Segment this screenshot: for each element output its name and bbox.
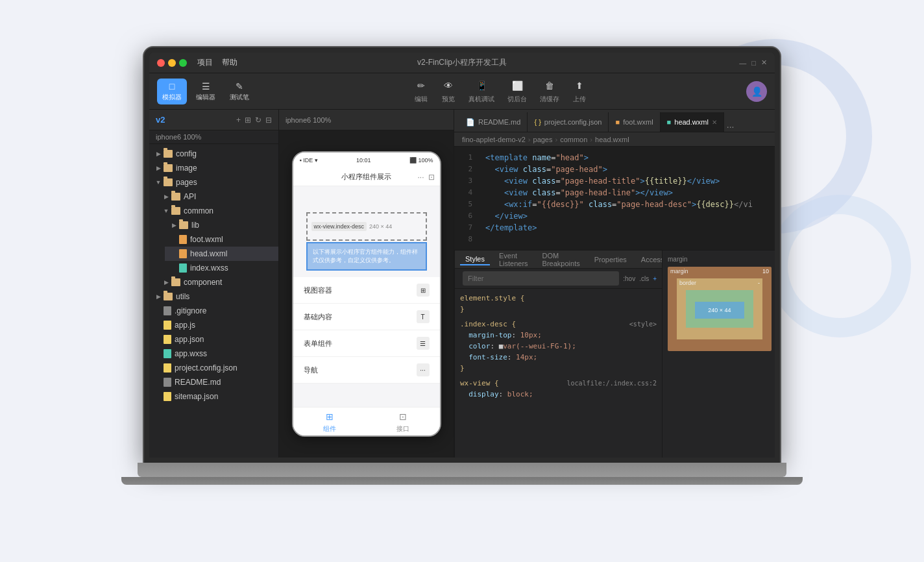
phone-menu-section: 视图容器 ⊞ 基础内容 T 表单组件 ☰ xyxy=(293,277,440,384)
styles-tab-accessibility[interactable]: Accessibility xyxy=(636,254,662,265)
tree-item-readme[interactable]: ▶ README.md xyxy=(149,375,278,389)
folder-icon xyxy=(179,221,188,229)
menu-item-view-container[interactable]: 视图容器 ⊞ xyxy=(293,277,440,304)
dots-icon[interactable]: ··· xyxy=(417,173,424,182)
file-icon xyxy=(164,306,171,315)
tool-background[interactable]: ⬜ 切后台 xyxy=(507,79,527,104)
styles-tab-dom-breakpoints[interactable]: DOM Breakpoints xyxy=(537,250,585,269)
tree-item-image[interactable]: ▶ image xyxy=(149,161,278,175)
box-model-panel: margin margin 10 border - xyxy=(662,250,775,458)
tab-readme-label: README.md xyxy=(478,118,520,126)
tool-edit[interactable]: ✏ 编辑 xyxy=(414,79,428,104)
tree-item-component[interactable]: ▶ component xyxy=(157,275,278,289)
content-size: 240 × 44 xyxy=(708,307,731,313)
maximize-btn[interactable]: □ xyxy=(751,59,756,67)
preview-label: 预览 xyxy=(442,95,455,104)
toolbar-btn-simulator[interactable]: □ 模拟器 xyxy=(157,79,187,104)
tab-head-wxml[interactable]: ■ head.wxml ✕ xyxy=(661,112,724,132)
xml-icon xyxy=(179,235,187,244)
readme-tab-icon: 📄 xyxy=(466,118,475,127)
preview-icon: 👁 xyxy=(441,79,456,93)
tree-item-sitemap[interactable]: ▶ sitemap.json xyxy=(149,389,278,404)
tool-preview[interactable]: 👁 预览 xyxy=(441,79,456,104)
tool-device-debug[interactable]: 📱 真机调试 xyxy=(468,79,494,104)
tree-item-pages[interactable]: ▼ pages xyxy=(149,175,278,189)
tab-close-icon[interactable]: ✕ xyxy=(712,119,717,126)
tree-item-gitignore[interactable]: ▶ .gitignore xyxy=(149,304,278,318)
component-tab-label: 组件 xyxy=(323,424,336,434)
preview-panel: iphone6 100% ▪ IDE ▾ 10:01 ⬛ 100% xyxy=(279,110,454,458)
json-icon xyxy=(164,363,171,373)
styles-tab-event-listeners[interactable]: Event Listeners xyxy=(494,250,533,269)
new-file-icon[interactable]: + xyxy=(236,116,241,125)
phone-tab-component[interactable]: ⊞ 组件 xyxy=(323,410,336,434)
refresh-icon[interactable]: ↻ xyxy=(255,116,261,125)
project-config-icon: { } xyxy=(534,118,541,126)
menu-item-basic-content[interactable]: 基础内容 T xyxy=(293,304,440,330)
tree-item-utils[interactable]: ▶ utils xyxy=(149,289,278,304)
folder-icon xyxy=(164,164,173,172)
tree-item-app-js[interactable]: ▶ app.js xyxy=(149,318,278,332)
tree-item-project-config[interactable]: ▶ project.config.json xyxy=(149,361,278,375)
minimize-btn[interactable]: — xyxy=(739,59,746,67)
tree-item-foot-wxml[interactable]: ▶ foot.wxml xyxy=(165,232,278,247)
new-folder-icon[interactable]: ⊞ xyxy=(245,116,251,125)
title-bar: 项目 帮助 v2-FinClip小程序开发工具 — □ ✕ xyxy=(149,53,775,73)
toolbar-btn-test[interactable]: ✎ 测试笔 xyxy=(225,79,254,104)
styles-tab-properties[interactable]: Properties xyxy=(589,254,632,265)
element-size: 240 × 44 xyxy=(369,223,392,230)
tool-upload[interactable]: ⬆ 上传 xyxy=(572,79,587,104)
expand-icon[interactable]: ⊡ xyxy=(428,173,435,182)
wx-view-rule: wx-view { localfile:/.index.css:2 displa… xyxy=(460,378,657,400)
toolbar-left: □ 模拟器 ☰ 编辑器 ✎ 测试笔 xyxy=(157,79,254,104)
hov-filter[interactable]: :hov xyxy=(623,275,635,282)
tree-item-lib[interactable]: ▶ lib xyxy=(165,218,278,232)
tree-item-config[interactable]: ▶ config xyxy=(149,147,278,161)
close-btn[interactable]: ✕ xyxy=(761,58,767,67)
win-btn-close[interactable] xyxy=(157,59,165,67)
tool-clear-cache[interactable]: 🗑 清缓存 xyxy=(540,79,559,104)
margin-value: 10 xyxy=(762,268,769,275)
clear-cache-icon: 🗑 xyxy=(542,79,557,93)
styles-tab-styles[interactable]: Styles xyxy=(460,254,490,265)
title-bar-right: — □ ✕ xyxy=(739,58,767,67)
box-model-title: margin xyxy=(668,256,773,263)
cls-filter[interactable]: .cls xyxy=(639,275,649,282)
win-btn-min[interactable] xyxy=(168,59,176,67)
tab-readme[interactable]: 📄 README.md xyxy=(459,112,528,132)
toolbar-btn-editor[interactable]: ☰ 编辑器 xyxy=(191,79,221,104)
code-content[interactable]: <template name="head"> <view class="page… xyxy=(478,147,775,250)
element-style-rule: element.style { } xyxy=(460,293,657,315)
app-window: 项目 帮助 v2-FinClip小程序开发工具 — □ ✕ □ 模拟器 xyxy=(149,53,775,458)
code-line-5: <wx:if="{{desc}}" class="page-head-desc"… xyxy=(485,199,767,210)
breadcrumb-item-1: pages xyxy=(533,136,553,143)
tab-foot-wxml[interactable]: ■ foot.wxml xyxy=(609,112,660,132)
tree-item-api[interactable]: ▶ API xyxy=(157,189,278,204)
device-debug-icon: 📱 xyxy=(474,79,489,93)
menu-item-nav[interactable]: 导航 ··· xyxy=(293,357,440,384)
tree-item-app-json[interactable]: ▶ app.json xyxy=(149,332,278,347)
menu-item-project[interactable]: 项目 xyxy=(197,57,213,68)
phone-bottom-tabs: ⊞ 组件 ⊡ 接口 xyxy=(293,407,440,435)
tree-item-app-wxss[interactable]: ▶ app.wxss xyxy=(149,347,278,361)
tree-item-index-wxss[interactable]: ▶ index.wxss xyxy=(165,261,278,275)
tree-item-head-wxml[interactable]: ▶ head.wxml xyxy=(165,247,278,261)
more-tabs-icon[interactable]: ··· xyxy=(727,121,735,132)
api-tab-label: 接口 xyxy=(396,424,409,434)
tab-project-config[interactable]: { } project.config.json xyxy=(528,112,609,132)
toolbar: □ 模拟器 ☰ 编辑器 ✎ 测试笔 ✏ 编辑 xyxy=(149,73,775,110)
breadcrumb-item-3: head.wxml xyxy=(595,136,629,143)
edit-icon: ✏ xyxy=(414,79,428,93)
menu-item-form[interactable]: 表单组件 ☰ xyxy=(293,330,440,357)
menu-item-help[interactable]: 帮助 xyxy=(222,57,237,68)
phone-tab-api[interactable]: ⊡ 接口 xyxy=(396,410,409,434)
add-filter[interactable]: + xyxy=(653,275,657,282)
win-btn-max[interactable] xyxy=(179,59,187,67)
tree-item-common[interactable]: ▼ common xyxy=(157,204,278,218)
code-line-1: <template name="head"> xyxy=(485,152,767,164)
collapse-icon[interactable]: ⊟ xyxy=(265,116,272,125)
index-desc-rule: .index-desc { <style> margin-top: 10px; … xyxy=(460,319,657,374)
user-avatar[interactable]: 👤 xyxy=(746,81,767,102)
styles-filter-input[interactable] xyxy=(463,271,619,286)
device-info: iphone6 100% xyxy=(149,130,278,144)
